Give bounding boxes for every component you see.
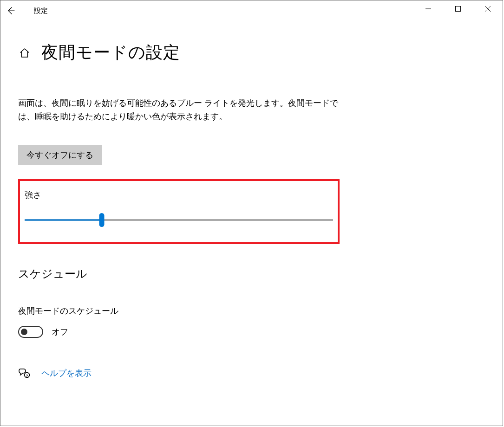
close-button[interactable] bbox=[473, 0, 503, 17]
window-controls bbox=[413, 0, 503, 17]
strength-label: 強さ bbox=[25, 189, 333, 201]
minimize-button[interactable] bbox=[413, 0, 443, 17]
strength-slider[interactable] bbox=[25, 214, 333, 226]
page-header: 夜間モードの設定 bbox=[18, 41, 485, 64]
schedule-toggle-row: オフ bbox=[18, 326, 485, 338]
help-icon: ? bbox=[18, 367, 31, 380]
window-title: 設定 bbox=[34, 6, 48, 15]
arrow-left-icon bbox=[6, 6, 15, 15]
turn-off-now-button[interactable]: 今すぐオフにする bbox=[18, 145, 102, 165]
description-line-1: 画面は、夜間に眠りを妨げる可能性のあるブルー ライトを発光します。夜間モードで bbox=[18, 98, 338, 108]
content-area: 夜間モードの設定 画面は、夜間に眠りを妨げる可能性のあるブルー ライトを発光しま… bbox=[0, 41, 503, 380]
page-description: 画面は、夜間に眠りを妨げる可能性のあるブルー ライトを発光します。夜間モードで … bbox=[18, 97, 343, 123]
minimize-icon bbox=[425, 6, 432, 12]
schedule-label: 夜間モードのスケジュール bbox=[18, 305, 485, 317]
description-line-2: は、睡眠を助けるためにより暖かい色が表示されます。 bbox=[18, 112, 227, 121]
page-title: 夜間モードの設定 bbox=[41, 41, 180, 64]
titlebar: 設定 bbox=[0, 0, 503, 21]
slider-fill bbox=[25, 219, 102, 220]
help-row: ? ヘルプを表示 bbox=[18, 367, 485, 380]
back-button[interactable] bbox=[0, 0, 21, 21]
toggle-knob bbox=[21, 329, 27, 335]
slider-thumb[interactable] bbox=[99, 213, 105, 227]
settings-window: 設定 bbox=[0, 0, 503, 426]
maximize-icon bbox=[455, 6, 461, 12]
strength-highlight-box: 強さ bbox=[18, 179, 340, 244]
close-icon bbox=[484, 6, 491, 12]
schedule-heading: スケジュール bbox=[18, 266, 485, 281]
schedule-toggle[interactable] bbox=[18, 326, 43, 338]
home-icon bbox=[19, 47, 30, 58]
toggle-state-label: オフ bbox=[52, 326, 68, 337]
svg-rect-1 bbox=[456, 6, 461, 12]
home-button[interactable] bbox=[18, 46, 31, 59]
svg-text:?: ? bbox=[26, 373, 28, 377]
get-help-link[interactable]: ヘルプを表示 bbox=[41, 368, 92, 379]
maximize-button[interactable] bbox=[443, 0, 473, 17]
